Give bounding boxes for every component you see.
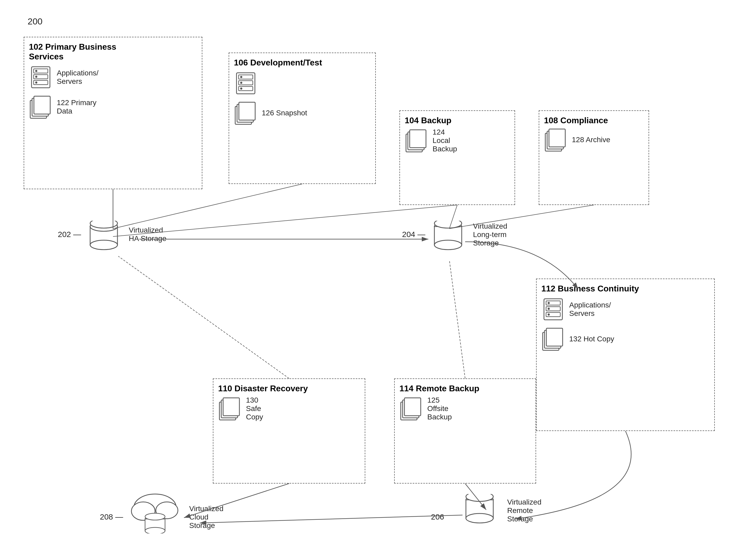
svg-point-28 <box>90 240 118 250</box>
dr-safecopy-item: 130SafeCopy <box>218 396 360 421</box>
box-rb-title: 114 Remote Backup <box>399 384 531 393</box>
svg-point-14 <box>240 76 242 78</box>
svg-point-57 <box>145 513 165 520</box>
remote-storage-icon <box>462 494 497 526</box>
diagram-title: 200 <box>28 16 42 27</box>
dev-server-item <box>234 70 370 96</box>
lt-storage-id: 204 — <box>402 230 425 239</box>
bc-hotcopy-item: 132 Hot Copy <box>541 327 710 351</box>
box-compliance: 108 Compliance 128 Archive <box>539 110 649 205</box>
box-business-continuity: 112 Business Continuity Applications/Ser… <box>536 278 715 431</box>
svg-rect-9 <box>34 96 50 114</box>
box-backup: 104 Backup 124LocalBackup <box>399 110 515 205</box>
box-dev-test: 106 Development/Test <box>229 53 376 184</box>
box-remote-backup: 114 Remote Backup 125OffsiteBackup <box>394 378 536 484</box>
svg-point-60 <box>466 514 493 523</box>
files-icon-rb <box>399 397 423 421</box>
bc-server-label: Applications/Servers <box>569 301 611 318</box>
cloud-storage-icon <box>129 491 181 533</box>
svg-line-72 <box>200 515 462 523</box>
dev-snapshot-label: 126 Snapshot <box>262 109 307 117</box>
svg-point-33 <box>434 240 462 250</box>
rb-offsite-label: 125OffsiteBackup <box>427 396 452 421</box>
box-dev-test-title: 106 Development/Test <box>234 58 370 68</box>
svg-line-68 <box>449 205 594 229</box>
svg-point-40 <box>548 308 550 310</box>
files-icon-primary <box>29 95 53 119</box>
bc-hotcopy-label: 132 Hot Copy <box>569 335 614 343</box>
server-icon-dev <box>234 70 258 96</box>
box-primary-business: 102 Primary BusinessServices Application… <box>24 37 202 189</box>
svg-line-74 <box>449 260 465 378</box>
box-compliance-title: 108 Compliance <box>544 116 644 125</box>
ha-storage-label: VirtualizedHA Storage <box>129 226 166 243</box>
svg-point-61 <box>466 494 493 501</box>
box-disaster-recovery: 110 Disaster Recovery 130SafeCopy <box>213 378 365 484</box>
svg-point-30 <box>90 221 118 228</box>
files-icon-backup <box>405 129 428 153</box>
svg-line-65 <box>113 184 302 229</box>
svg-point-41 <box>548 314 550 316</box>
primary-server-label: Applications/Servers <box>57 69 99 86</box>
svg-point-4 <box>35 70 37 72</box>
primary-data-item: 122 PrimaryData <box>29 95 197 119</box>
remote-storage-id: 206 <box>431 513 444 521</box>
box-backup-title: 104 Backup <box>405 116 510 125</box>
backup-local-label: 124LocalBackup <box>432 128 457 153</box>
svg-point-15 <box>240 82 242 84</box>
files-icon-bc <box>541 327 565 351</box>
files-icon-dev <box>234 101 258 125</box>
bc-server-item: Applications/Servers <box>541 296 710 323</box>
svg-point-6 <box>35 81 37 84</box>
ha-storage-id: 202 — <box>58 230 81 239</box>
dev-snapshot-item: 126 Snapshot <box>234 101 370 125</box>
svg-point-5 <box>35 76 37 78</box>
lt-storage-icon <box>431 221 465 252</box>
primary-data-label: 122 PrimaryData <box>57 99 96 116</box>
ha-storage-icon <box>87 221 121 252</box>
svg-point-16 <box>240 88 242 90</box>
dr-safecopy-label: 130SafeCopy <box>246 396 263 421</box>
svg-rect-22 <box>410 130 426 148</box>
box-primary-business-title: 102 Primary BusinessServices <box>29 42 197 62</box>
compliance-archive-item: 128 Archive <box>544 128 644 152</box>
svg-point-56 <box>145 527 165 533</box>
svg-rect-50 <box>404 398 421 416</box>
cloud-storage-id: 208 — <box>100 513 123 521</box>
lt-storage-label: VirtualizedLong-termStorage <box>473 222 507 247</box>
rb-offsite-item: 125OffsiteBackup <box>399 396 531 421</box>
svg-rect-25 <box>549 129 565 147</box>
remote-storage-label: VirtualizedRemoteStorage <box>507 498 541 523</box>
svg-point-34 <box>434 221 462 228</box>
files-icon-compliance <box>544 128 568 152</box>
compliance-archive-label: 128 Archive <box>572 136 610 144</box>
cloud-storage-label: VirtualizedCloudStorage <box>189 504 223 530</box>
svg-rect-44 <box>546 328 563 346</box>
backup-local-item: 124LocalBackup <box>405 128 510 153</box>
svg-rect-19 <box>239 102 255 120</box>
box-dr-title: 110 Disaster Recovery <box>218 384 360 393</box>
svg-line-73 <box>118 256 289 378</box>
diagram: 200 102 Primary BusinessServices Applica… <box>0 0 745 560</box>
files-icon-dr <box>218 397 242 421</box>
server-icon <box>29 64 53 90</box>
box-bc-title: 112 Business Continuity <box>541 284 710 294</box>
server-icon-bc <box>541 296 565 323</box>
svg-point-39 <box>548 302 550 304</box>
svg-rect-47 <box>223 398 239 416</box>
primary-server-item: Applications/Servers <box>29 64 197 90</box>
